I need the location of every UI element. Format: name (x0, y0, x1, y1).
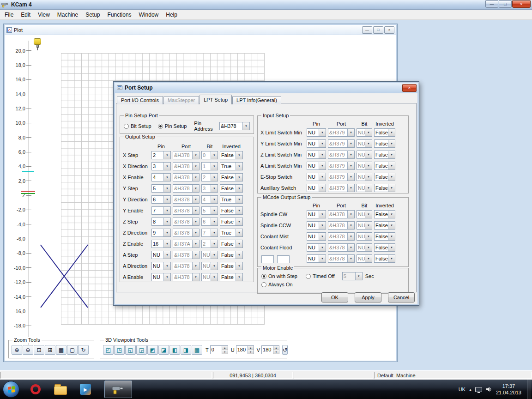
zoom-tool-button[interactable]: ▢ (67, 345, 78, 355)
zoom-tool-button[interactable]: ↻ (78, 345, 89, 355)
pin-dropdown[interactable]: NU▼ (151, 262, 171, 270)
pin-dropdown[interactable]: NU▼ (307, 232, 326, 241)
radio-bit-setup[interactable]: Bit Setup (124, 123, 151, 129)
pin-dropdown[interactable]: 16▼ (151, 240, 171, 248)
menu-item[interactable]: Machine (54, 10, 82, 19)
inverted-dropdown[interactable]: False▼ (374, 254, 395, 263)
radio-pin-setup[interactable]: Pin Setup (158, 123, 187, 129)
pin-dropdown[interactable]: 9▼ (151, 229, 171, 237)
mcode-custom-field-2[interactable] (277, 255, 290, 263)
inverted-dropdown[interactable]: False▼ (374, 232, 395, 241)
menu-item[interactable]: Edit (17, 10, 34, 19)
inverted-dropdown[interactable]: False▼ (374, 221, 395, 230)
pin-dropdown[interactable]: NU▼ (307, 162, 326, 170)
inverted-dropdown[interactable]: False▼ (220, 151, 243, 159)
pin-dropdown[interactable]: NU▼ (307, 243, 326, 252)
inverted-dropdown[interactable]: False▼ (374, 243, 395, 252)
volume-tray-icon[interactable] (486, 387, 492, 392)
pin-dropdown[interactable]: NU▼ (151, 251, 171, 259)
zoom-tool-button[interactable]: ⊞ (45, 345, 55, 355)
dialog-close-button[interactable]: × (402, 84, 417, 92)
inverted-dropdown[interactable]: True▼ (220, 195, 243, 204)
inverted-dropdown[interactable]: True▼ (220, 229, 243, 237)
inverted-dropdown[interactable]: False▼ (220, 262, 243, 270)
viewpoint-button[interactable]: ◲ (136, 345, 147, 355)
tab-lpt-info-general[interactable]: LPT Info(General) (232, 96, 281, 104)
radio-on-with-step[interactable]: On with Step (261, 273, 297, 279)
viewpoint-button[interactable]: ◳ (114, 345, 125, 355)
pin-address-dropdown[interactable]: &H378 ▼ (219, 122, 250, 130)
tab-port-io-controls[interactable]: Port I/O Controls (117, 96, 163, 104)
close-button[interactable]: × (512, 0, 531, 8)
language-indicator[interactable]: UK (459, 387, 466, 392)
zoom-tool-button[interactable]: ▦ (56, 345, 66, 355)
pin-dropdown[interactable]: NU▼ (307, 151, 326, 159)
viewpoint-button[interactable]: ◩ (147, 345, 158, 355)
viewpoint-button[interactable]: ◱ (125, 345, 136, 355)
menu-item[interactable]: Help (162, 10, 181, 19)
viewpoint-button[interactable]: ◧ (169, 345, 180, 355)
pin-dropdown[interactable]: 8▼ (151, 218, 171, 226)
inverted-dropdown[interactable]: False▼ (220, 251, 243, 259)
inverted-dropdown[interactable]: True▼ (220, 162, 243, 170)
reset-view-button[interactable]: ↺ (282, 345, 288, 355)
pin-dropdown[interactable]: NU▼ (307, 139, 326, 148)
inverted-dropdown[interactable]: False▼ (220, 273, 243, 281)
viewpoint-button[interactable]: ▦ (192, 345, 202, 355)
menu-item[interactable]: Window (135, 10, 163, 19)
inverted-dropdown[interactable]: False▼ (374, 184, 395, 192)
show-desktop-button[interactable] (527, 380, 531, 399)
pin-dropdown[interactable]: 2▼ (151, 151, 171, 159)
plot-maximize-button[interactable]: □ (373, 26, 383, 34)
spin-up-icon[interactable]: ▲ (248, 346, 254, 350)
inverted-dropdown[interactable]: False▼ (374, 128, 395, 137)
inverted-dropdown[interactable]: False▼ (220, 218, 243, 226)
hidden-icons-button[interactable]: ▴ (469, 387, 472, 392)
menu-item[interactable]: Functions (104, 10, 135, 19)
spin-up-icon[interactable]: ▲ (222, 346, 228, 350)
inverted-dropdown[interactable]: False▼ (374, 173, 395, 181)
plot-close-button[interactable]: × (384, 26, 394, 34)
inverted-dropdown[interactable]: False▼ (374, 151, 395, 159)
v-spinner[interactable]: 180 ▲▼ (261, 345, 279, 354)
zoom-tool-button[interactable]: ⊖ (23, 345, 33, 355)
minimize-button[interactable]: — (485, 0, 498, 8)
t-spinner[interactable]: 0 ▲▼ (210, 345, 228, 354)
pin-dropdown[interactable]: NU▼ (307, 184, 326, 192)
inverted-dropdown[interactable]: False▼ (220, 184, 243, 193)
taskbar-mediaplayer-icon[interactable]: ▶ (74, 381, 97, 398)
viewpoint-button[interactable]: ◪ (158, 345, 169, 355)
inverted-dropdown[interactable]: False▼ (220, 173, 243, 181)
pin-dropdown[interactable]: NU▼ (307, 254, 326, 263)
maximize-button[interactable]: □ (499, 0, 512, 8)
viewpoint-button[interactable]: ◰ (103, 345, 114, 355)
taskbar-explorer-icon[interactable] (49, 381, 72, 398)
pin-dropdown[interactable]: NU▼ (151, 273, 171, 281)
u-spinner[interactable]: 180 ▲▼ (236, 345, 254, 354)
spin-down-icon[interactable]: ▼ (273, 350, 279, 354)
inverted-dropdown[interactable]: False▼ (220, 240, 243, 248)
ok-button[interactable]: OK (321, 292, 348, 302)
zoom-tool-button[interactable]: ⊕ (12, 345, 22, 355)
taskbar-opera-icon[interactable] (24, 381, 47, 398)
radio-timed-off[interactable]: Timed Off (306, 273, 335, 279)
radio-always-on[interactable]: Always On (261, 282, 293, 287)
inverted-dropdown[interactable]: False▼ (374, 210, 395, 218)
pin-dropdown[interactable]: 3▼ (151, 162, 171, 170)
display-tray-icon[interactable] (475, 387, 482, 392)
pin-dropdown[interactable]: NU▼ (307, 128, 326, 137)
viewpoint-button[interactable]: ◨ (181, 345, 191, 355)
menu-item[interactable]: View (34, 10, 54, 19)
plot-minimize-button[interactable]: — (362, 26, 372, 34)
inverted-dropdown[interactable]: False▼ (374, 139, 395, 148)
start-button[interactable] (3, 381, 19, 398)
tab-lpt-setup[interactable]: LPT Setup (200, 95, 232, 104)
inverted-dropdown[interactable]: False▼ (220, 206, 243, 215)
spin-up-icon[interactable]: ▲ (273, 346, 279, 350)
spin-down-icon[interactable]: ▼ (248, 350, 254, 354)
apply-button[interactable]: Apply (355, 292, 381, 302)
pin-dropdown[interactable]: 6▼ (151, 195, 171, 204)
menu-item[interactable]: Setup (82, 10, 103, 19)
inverted-dropdown[interactable]: False▼ (374, 162, 395, 170)
clock[interactable]: 17:37 21.04.2013 (496, 383, 521, 396)
